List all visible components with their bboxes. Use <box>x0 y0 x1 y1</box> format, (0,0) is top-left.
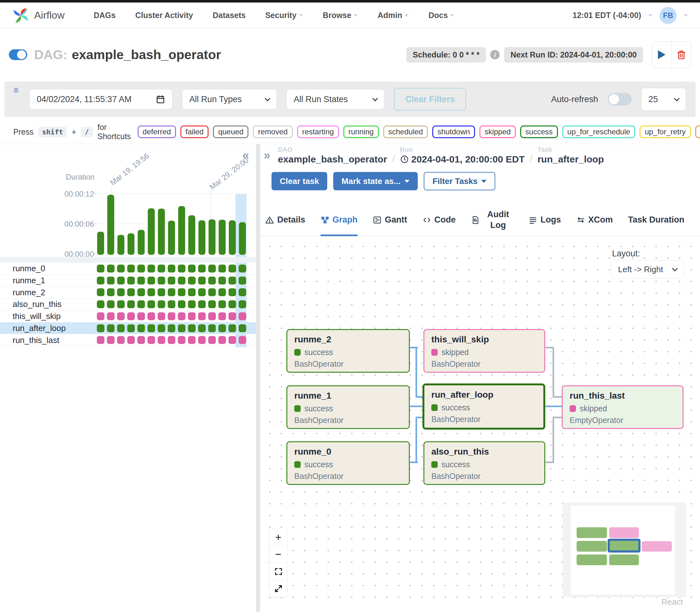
task-instance-cell[interactable] <box>117 324 125 332</box>
task-instance-cell[interactable] <box>208 336 216 344</box>
run-duration-bar[interactable] <box>158 209 165 255</box>
run-duration-bar[interactable] <box>208 219 216 255</box>
task-instance-cell[interactable] <box>188 288 196 296</box>
state-filter-upstream_failed[interactable]: upstream_failed <box>695 125 700 138</box>
task-instance-cell[interactable] <box>239 312 246 320</box>
task-instance-cell[interactable] <box>188 336 196 344</box>
task-instance-cell[interactable] <box>117 312 125 320</box>
task-instance-cell[interactable] <box>168 336 175 344</box>
task-instance-cell[interactable] <box>188 312 196 320</box>
nav-item-datasets[interactable]: Datasets <box>213 11 245 20</box>
task-instance-cell[interactable] <box>97 288 105 296</box>
task-instance-cell[interactable] <box>127 324 135 332</box>
task-instance-cell[interactable] <box>228 288 236 296</box>
tab-xcom[interactable]: XCom <box>576 204 613 236</box>
task-instance-cell[interactable] <box>239 324 246 332</box>
task-instance-cell[interactable] <box>137 288 145 296</box>
task-instance-cell[interactable] <box>218 324 226 332</box>
tab-details[interactable]: Details <box>265 204 305 236</box>
task-instance-cell[interactable] <box>198 324 206 332</box>
task-instance-cell[interactable] <box>107 324 115 332</box>
minimap[interactable] <box>563 502 686 597</box>
task-instance-cell[interactable] <box>239 336 246 344</box>
task-instance-cell[interactable] <box>239 288 246 296</box>
task-instance-cell[interactable] <box>117 336 125 344</box>
run-duration-bar[interactable] <box>138 230 145 255</box>
task-instance-cell[interactable] <box>147 300 155 308</box>
run-states-select[interactable]: All Run States <box>286 89 385 109</box>
task-instance-cell[interactable] <box>218 277 226 284</box>
state-filter-queued[interactable]: queued <box>213 125 248 138</box>
run-duration-bar[interactable] <box>199 220 205 255</box>
nav-item-browse[interactable]: Browse <box>323 11 358 20</box>
run-duration-bar[interactable] <box>148 208 155 255</box>
state-filter-restarting[interactable]: restarting <box>297 125 339 138</box>
task-instance-cell[interactable] <box>158 277 165 284</box>
task-instance-cell[interactable] <box>158 336 165 344</box>
task-instance-cell[interactable] <box>158 324 165 332</box>
graph-node-run_after_loop[interactable]: run_after_loopsuccessBashOperator <box>422 384 545 430</box>
zoom-out-button[interactable]: − <box>270 546 287 563</box>
task-instance-cell[interactable] <box>178 336 186 344</box>
task-instance-cell[interactable] <box>208 300 216 308</box>
task-instance-cell[interactable] <box>228 277 236 284</box>
state-filter-running[interactable]: running <box>344 125 379 138</box>
task-instance-cell[interactable] <box>178 288 186 296</box>
graph-node-runme_1[interactable]: runme_1successBashOperator <box>286 385 410 429</box>
task-instance-cell[interactable] <box>168 277 175 284</box>
state-filter-up_for_retry[interactable]: up_for_retry <box>640 125 690 138</box>
expand-panel-icon[interactable]: » <box>264 149 270 162</box>
task-label-run_after_loop[interactable]: run_after_loop <box>13 323 66 333</box>
run-duration-bar[interactable] <box>229 220 236 255</box>
task-instance-cell[interactable] <box>147 312 155 320</box>
task-instance-cell[interactable] <box>117 265 125 273</box>
task-instance-cell[interactable] <box>218 265 226 273</box>
task-instance-cell[interactable] <box>198 265 206 273</box>
tab-gantt[interactable]: Gantt <box>373 204 407 236</box>
task-label-also_run_this[interactable]: also_run_this <box>13 300 62 309</box>
task-instance-cell[interactable] <box>127 312 135 320</box>
nav-item-dags[interactable]: DAGs <box>94 11 116 20</box>
task-instance-cell[interactable] <box>239 300 246 308</box>
task-instance-cell[interactable] <box>107 288 115 296</box>
run-duration-bar[interactable] <box>127 233 134 255</box>
nav-item-security[interactable]: Security <box>265 11 303 20</box>
task-instance-cell[interactable] <box>97 312 105 320</box>
task-instance-cell[interactable] <box>178 312 186 320</box>
task-instance-cell[interactable] <box>127 336 135 344</box>
tab-task-duration[interactable]: Task Duration <box>628 204 685 236</box>
state-filter-removed[interactable]: removed <box>253 125 292 138</box>
graph-node-runme_2[interactable]: runme_2successBashOperator <box>286 329 410 373</box>
run-duration-bar[interactable] <box>97 232 104 255</box>
state-filter-up_for_reschedule[interactable]: up_for_reschedule <box>562 125 635 138</box>
task-instance-cell[interactable] <box>147 277 155 284</box>
task-instance-cell[interactable] <box>168 300 175 308</box>
task-instance-cell[interactable] <box>158 312 165 320</box>
task-instance-cell[interactable] <box>127 265 135 273</box>
graph-node-runme_0[interactable]: runme_0successBashOperator <box>286 441 410 485</box>
task-instance-cell[interactable] <box>239 265 246 273</box>
task-instance-cell[interactable] <box>97 265 105 273</box>
nav-item-cluster-activity[interactable]: Cluster Activity <box>135 11 193 20</box>
run-duration-bar[interactable] <box>117 235 124 255</box>
state-filter-shutdown[interactable]: shutdown <box>432 125 475 138</box>
auto-refresh-toggle[interactable] <box>608 93 632 106</box>
task-instance-cell[interactable] <box>218 300 226 308</box>
task-instance-cell[interactable] <box>198 277 206 284</box>
task-instance-cell[interactable] <box>168 265 175 273</box>
clock-display[interactable]: 12:01 EDT (-04:00) <box>573 11 641 20</box>
run-duration-bar[interactable] <box>178 206 185 255</box>
run-duration-bar[interactable] <box>239 222 246 255</box>
task-label-this_will_skip[interactable]: this_will_skip <box>13 311 61 321</box>
task-instance-cell[interactable] <box>198 336 206 344</box>
task-instance-cell[interactable] <box>208 312 216 320</box>
task-instance-cell[interactable] <box>127 277 135 284</box>
task-instance-cell[interactable] <box>198 300 206 308</box>
task-instance-cell[interactable] <box>168 288 175 296</box>
task-instance-cell[interactable] <box>107 336 115 344</box>
state-filter-deferred[interactable]: deferred <box>138 125 176 138</box>
task-instance-cell[interactable] <box>239 277 246 284</box>
clear-task-button[interactable]: Clear task <box>271 172 327 190</box>
task-instance-cell[interactable] <box>198 288 206 296</box>
task-instance-cell[interactable] <box>228 312 236 320</box>
